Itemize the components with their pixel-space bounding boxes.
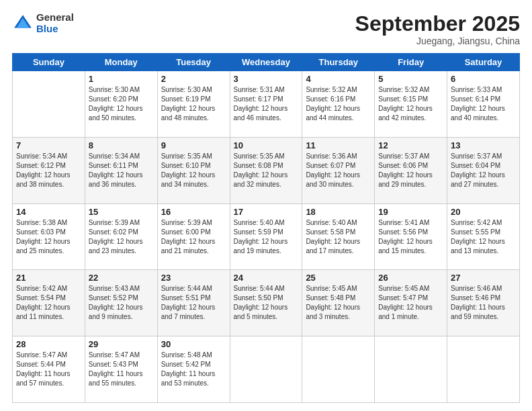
calendar-header-row: Sunday Monday Tuesday Wednesday Thursday… [13, 54, 520, 71]
table-cell: 14Sunrise: 5:38 AM Sunset: 6:03 PM Dayli… [13, 203, 85, 270]
table-cell: 8Sunrise: 5:34 AM Sunset: 6:11 PM Daylig… [85, 137, 157, 203]
cell-info: Sunrise: 5:32 AM Sunset: 6:16 PM Dayligh… [306, 85, 371, 123]
day-number: 12 [378, 140, 443, 150]
cell-info: Sunrise: 5:43 AM Sunset: 5:52 PM Dayligh… [89, 284, 154, 322]
table-cell: 4Sunrise: 5:32 AM Sunset: 6:16 PM Daylig… [302, 71, 375, 138]
table-cell: 25Sunrise: 5:45 AM Sunset: 5:48 PM Dayli… [302, 270, 375, 336]
cell-info: Sunrise: 5:35 AM Sunset: 6:10 PM Dayligh… [161, 152, 226, 189]
table-cell: 7Sunrise: 5:34 AM Sunset: 6:12 PM Daylig… [13, 137, 85, 203]
day-number: 13 [451, 140, 516, 150]
cell-info: Sunrise: 5:41 AM Sunset: 5:56 PM Dayligh… [378, 218, 443, 256]
table-cell [230, 336, 302, 403]
logo: General Blue [12, 12, 74, 34]
location: Juegang, Jiangsu, China [355, 36, 520, 46]
col-sunday: Sunday [13, 54, 85, 71]
cell-info: Sunrise: 5:35 AM Sunset: 6:08 PM Dayligh… [234, 152, 299, 189]
col-friday: Friday [375, 54, 447, 71]
cell-info: Sunrise: 5:39 AM Sunset: 6:00 PM Dayligh… [161, 218, 226, 256]
cell-info: Sunrise: 5:37 AM Sunset: 6:04 PM Dayligh… [451, 152, 516, 189]
day-number: 28 [16, 339, 81, 349]
cell-info: Sunrise: 5:42 AM Sunset: 5:54 PM Dayligh… [16, 284, 81, 322]
cell-info: Sunrise: 5:40 AM Sunset: 5:59 PM Dayligh… [234, 218, 299, 256]
logo-icon [12, 13, 34, 34]
table-cell: 18Sunrise: 5:40 AM Sunset: 5:58 PM Dayli… [302, 203, 375, 270]
calendar-week-row: 28Sunrise: 5:47 AM Sunset: 5:44 PM Dayli… [13, 336, 520, 403]
day-number: 10 [234, 140, 299, 150]
table-cell: 15Sunrise: 5:39 AM Sunset: 6:02 PM Dayli… [85, 203, 157, 270]
day-number: 20 [451, 207, 516, 217]
col-thursday: Thursday [302, 54, 375, 71]
table-cell: 22Sunrise: 5:43 AM Sunset: 5:52 PM Dayli… [85, 270, 157, 336]
day-number: 5 [378, 74, 443, 84]
day-number: 25 [306, 273, 371, 283]
table-cell: 11Sunrise: 5:36 AM Sunset: 6:07 PM Dayli… [302, 137, 375, 203]
table-cell: 6Sunrise: 5:33 AM Sunset: 6:14 PM Daylig… [447, 71, 520, 138]
page: General Blue September 2025 Juegang, Jia… [0, 0, 532, 411]
table-cell: 1Sunrise: 5:30 AM Sunset: 6:20 PM Daylig… [85, 71, 157, 138]
day-number: 15 [89, 207, 154, 217]
table-cell: 28Sunrise: 5:47 AM Sunset: 5:44 PM Dayli… [13, 336, 85, 403]
day-number: 23 [161, 273, 226, 283]
calendar-week-row: 1Sunrise: 5:30 AM Sunset: 6:20 PM Daylig… [13, 71, 520, 138]
day-number: 16 [161, 207, 226, 217]
logo-general: General [36, 12, 74, 24]
cell-info: Sunrise: 5:45 AM Sunset: 5:48 PM Dayligh… [306, 284, 371, 322]
table-cell: 3Sunrise: 5:31 AM Sunset: 6:17 PM Daylig… [230, 71, 302, 138]
cell-info: Sunrise: 5:47 AM Sunset: 5:43 PM Dayligh… [89, 351, 154, 388]
col-saturday: Saturday [447, 54, 520, 71]
logo-text: General Blue [36, 12, 74, 34]
col-monday: Monday [85, 54, 157, 71]
day-number: 21 [16, 273, 81, 283]
day-number: 1 [89, 74, 154, 84]
day-number: 26 [378, 273, 443, 283]
table-cell: 24Sunrise: 5:44 AM Sunset: 5:50 PM Dayli… [230, 270, 302, 336]
table-cell [375, 336, 447, 403]
day-number: 18 [306, 207, 371, 217]
table-cell [447, 336, 520, 403]
day-number: 19 [378, 207, 443, 217]
cell-info: Sunrise: 5:36 AM Sunset: 6:07 PM Dayligh… [306, 152, 371, 189]
month-title: September 2025 [355, 12, 520, 36]
table-cell: 21Sunrise: 5:42 AM Sunset: 5:54 PM Dayli… [13, 270, 85, 336]
cell-info: Sunrise: 5:39 AM Sunset: 6:02 PM Dayligh… [89, 218, 154, 256]
day-number: 22 [89, 273, 154, 283]
table-cell: 30Sunrise: 5:48 AM Sunset: 5:42 PM Dayli… [157, 336, 230, 403]
day-number: 11 [306, 140, 371, 150]
cell-info: Sunrise: 5:34 AM Sunset: 6:12 PM Dayligh… [16, 152, 81, 189]
day-number: 30 [161, 339, 226, 349]
cell-info: Sunrise: 5:33 AM Sunset: 6:14 PM Dayligh… [451, 85, 516, 123]
cell-info: Sunrise: 5:48 AM Sunset: 5:42 PM Dayligh… [161, 351, 226, 388]
table-cell: 12Sunrise: 5:37 AM Sunset: 6:06 PM Dayli… [375, 137, 447, 203]
cell-info: Sunrise: 5:40 AM Sunset: 5:58 PM Dayligh… [306, 218, 371, 256]
table-cell: 17Sunrise: 5:40 AM Sunset: 5:59 PM Dayli… [230, 203, 302, 270]
table-cell: 13Sunrise: 5:37 AM Sunset: 6:04 PM Dayli… [447, 137, 520, 203]
table-cell: 27Sunrise: 5:46 AM Sunset: 5:46 PM Dayli… [447, 270, 520, 336]
table-cell: 10Sunrise: 5:35 AM Sunset: 6:08 PM Dayli… [230, 137, 302, 203]
table-cell: 26Sunrise: 5:45 AM Sunset: 5:47 PM Dayli… [375, 270, 447, 336]
calendar-week-row: 14Sunrise: 5:38 AM Sunset: 6:03 PM Dayli… [13, 203, 520, 270]
cell-info: Sunrise: 5:34 AM Sunset: 6:11 PM Dayligh… [89, 152, 154, 189]
table-cell: 20Sunrise: 5:42 AM Sunset: 5:55 PM Dayli… [447, 203, 520, 270]
cell-info: Sunrise: 5:32 AM Sunset: 6:15 PM Dayligh… [378, 85, 443, 123]
cell-info: Sunrise: 5:47 AM Sunset: 5:44 PM Dayligh… [16, 351, 81, 388]
cell-info: Sunrise: 5:44 AM Sunset: 5:51 PM Dayligh… [161, 284, 226, 322]
cell-info: Sunrise: 5:44 AM Sunset: 5:50 PM Dayligh… [234, 284, 299, 322]
cell-info: Sunrise: 5:38 AM Sunset: 6:03 PM Dayligh… [16, 218, 81, 256]
cell-info: Sunrise: 5:45 AM Sunset: 5:47 PM Dayligh… [378, 284, 443, 322]
day-number: 29 [89, 339, 154, 349]
table-cell: 23Sunrise: 5:44 AM Sunset: 5:51 PM Dayli… [157, 270, 230, 336]
cell-info: Sunrise: 5:46 AM Sunset: 5:46 PM Dayligh… [451, 284, 516, 322]
calendar-week-row: 7Sunrise: 5:34 AM Sunset: 6:12 PM Daylig… [13, 137, 520, 203]
day-number: 6 [451, 74, 516, 84]
table-cell: 29Sunrise: 5:47 AM Sunset: 5:43 PM Dayli… [85, 336, 157, 403]
table-cell [302, 336, 375, 403]
col-tuesday: Tuesday [157, 54, 230, 71]
day-number: 8 [89, 140, 154, 150]
day-number: 2 [161, 74, 226, 84]
cell-info: Sunrise: 5:31 AM Sunset: 6:17 PM Dayligh… [234, 85, 299, 123]
col-wednesday: Wednesday [230, 54, 302, 71]
cell-info: Sunrise: 5:37 AM Sunset: 6:06 PM Dayligh… [378, 152, 443, 189]
logo-blue: Blue [36, 24, 74, 35]
day-number: 14 [16, 207, 81, 217]
table-cell: 2Sunrise: 5:30 AM Sunset: 6:19 PM Daylig… [157, 71, 230, 138]
